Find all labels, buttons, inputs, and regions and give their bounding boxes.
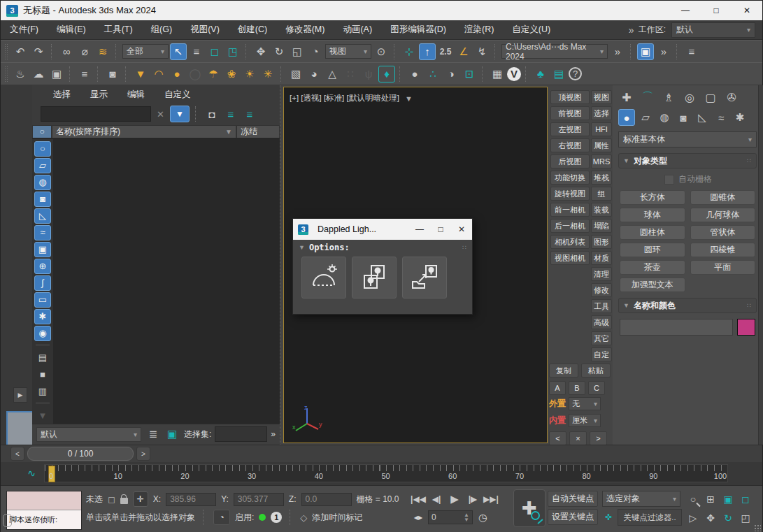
state-camera-icon[interactable]: ◙ <box>104 66 121 82</box>
expand-panel-button[interactable]: ▶ <box>13 387 27 403</box>
slot-b-button[interactable]: B <box>569 381 585 395</box>
filter-settings-icon[interactable]: ▼ <box>34 408 51 424</box>
side-button[interactable]: 旋转视图 <box>550 187 590 201</box>
side-button[interactable]: 左视图 <box>550 122 590 136</box>
doc-text-icon[interactable]: ▤ <box>34 350 51 366</box>
side-button[interactable]: 堆栈 <box>591 171 612 185</box>
object-type-button[interactable]: 圆柱体 <box>620 225 685 240</box>
object-category-dropdown[interactable]: 标准基本体 ▾ <box>618 131 757 148</box>
tab-hierarchy[interactable]: ♗ <box>660 89 677 106</box>
isolate-badge[interactable]: 1 <box>271 512 282 523</box>
zoom-all-icon[interactable]: ⊞ <box>702 491 719 508</box>
side-button[interactable]: HFI <box>591 122 612 136</box>
internal-dropdown[interactable]: 厘米 ▾ <box>569 414 601 427</box>
doc-outline-icon[interactable]: ▥ <box>34 384 51 399</box>
external-dropdown[interactable]: 无 ▾ <box>569 397 601 410</box>
side-button[interactable]: 高级 <box>591 315 612 329</box>
nav-delete-button[interactable]: × <box>569 431 587 445</box>
window-resize-grip[interactable] <box>754 524 761 531</box>
next-frame-icon[interactable]: |▶ <box>464 491 481 508</box>
menu-overflow-icon[interactable]: » <box>629 24 633 36</box>
window-crossing-icon[interactable]: ◳ <box>224 43 241 60</box>
explorer-menu-display[interactable]: 显示 <box>80 89 117 101</box>
nav-prev-button[interactable]: < <box>549 431 566 445</box>
absolute-mode-toggle[interactable]: ✛ <box>133 491 148 507</box>
category-lights-icon[interactable]: ◍ <box>656 109 673 126</box>
slot-a-button[interactable]: A <box>549 381 566 395</box>
expand-tree-icon[interactable]: ≡ <box>222 106 239 122</box>
tab-utilities[interactable]: ✇ <box>723 89 740 106</box>
explorer-menu-edit[interactable]: 编辑 <box>117 89 155 101</box>
y-coordinate-field[interactable]: 305.377 <box>234 493 284 506</box>
nav-next-button[interactable]: > <box>590 431 607 445</box>
field-of-view-icon[interactable]: ▷ <box>685 510 701 526</box>
display-helpers-icon[interactable]: ◺ <box>34 208 51 224</box>
side-button[interactable]: 视图 <box>591 90 612 104</box>
sun-positioner-icon[interactable]: ☀ <box>241 66 258 82</box>
bind-to-space-warp-icon[interactable]: ≋ <box>94 43 111 60</box>
side-button[interactable]: 前一相机 <box>550 203 590 217</box>
render-in-cloud-icon[interactable]: ☁ <box>30 66 47 82</box>
side-button[interactable]: 其它 <box>591 331 612 345</box>
object-type-button[interactable]: 加强型文本 <box>620 278 685 292</box>
select-and-place-icon[interactable]: ◔ <box>307 43 324 60</box>
menu-tools[interactable]: 工具(T) <box>95 24 142 36</box>
explorer-filter-button[interactable]: ▼ <box>170 106 190 122</box>
previous-frame-icon[interactable]: ◀| <box>428 491 445 508</box>
display-bones-icon[interactable]: ∫ <box>34 275 51 291</box>
batch-render-icon[interactable]: ▦ <box>489 66 506 82</box>
undo-icon[interactable]: ↶ <box>12 43 29 60</box>
select-by-name-icon[interactable]: ≡ <box>188 43 205 60</box>
dome-light-button[interactable] <box>301 257 346 299</box>
paste-button[interactable]: 粘贴 <box>581 364 611 378</box>
tab-modify[interactable]: ⌒ <box>639 89 656 106</box>
column-icon-header[interactable]: ○ <box>32 125 52 138</box>
display-geometry-icon[interactable]: ○ <box>34 141 51 157</box>
light-geodesic-icon[interactable]: ◯ <box>187 66 204 82</box>
forest-trees-icon[interactable]: ♣ <box>532 66 549 82</box>
light-dome-icon[interactable]: ◠ <box>150 66 167 82</box>
current-frame-field[interactable]: 0 ▲▼ <box>428 510 473 524</box>
object-type-button[interactable]: 圆锥体 <box>690 190 756 205</box>
x-coordinate-field[interactable]: 385.96 <box>166 493 216 506</box>
viewport-filter-icon[interactable]: ▼ <box>405 94 413 103</box>
side-button[interactable]: 前视图 <box>550 106 590 120</box>
side-button[interactable]: 塌陷 <box>591 219 612 233</box>
assign-material-icon[interactable]: ⊡ <box>461 66 478 82</box>
display-cameras-icon[interactable]: ◙ <box>34 192 51 207</box>
explorer-search-input[interactable] <box>41 106 151 122</box>
zoom-icon[interactable]: ○ <box>685 491 701 508</box>
menu-customize[interactable]: 自定义(U) <box>503 24 559 36</box>
menu-rendering[interactable]: 渲染(R) <box>455 24 503 36</box>
prev-frame-button[interactable]: < <box>10 447 24 461</box>
dialog-maximize-button[interactable]: □ <box>430 219 451 240</box>
selection-filter-dropdown[interactable]: 全部▾ <box>122 44 169 59</box>
close-button[interactable]: ✕ <box>732 1 762 20</box>
squares-icon[interactable]: ∷ <box>342 66 359 82</box>
use-pivot-center-icon[interactable]: ⊙ <box>373 43 390 60</box>
help-icon[interactable]: ? <box>569 67 582 80</box>
set-key-filters-icon[interactable]: ✜ <box>602 510 615 524</box>
category-cameras-icon[interactable]: ◙ <box>675 109 692 126</box>
key-selection-dropdown[interactable]: 选定对象 ▾ <box>602 491 680 507</box>
object-type-button[interactable]: 球体 <box>620 208 685 222</box>
go-to-end-icon[interactable]: ▶▶| <box>483 491 499 508</box>
set-keys-button[interactable]: ✚ <box>513 489 545 527</box>
display-hidden-eye-icon[interactable]: ◉ <box>34 326 51 341</box>
reference-coordinate-dropdown[interactable]: 视图▾ <box>325 44 371 59</box>
minimize-button[interactable]: — <box>670 1 701 20</box>
object-type-button[interactable]: 圆环 <box>620 243 685 257</box>
spinner-snap-icon[interactable]: ↯ <box>473 43 490 60</box>
display-xrefs-icon[interactable]: ⊕ <box>34 259 51 274</box>
save-scene-icon[interactable]: ▣ <box>637 43 654 60</box>
side-button[interactable]: 图形 <box>591 235 612 249</box>
maximize-button[interactable]: □ <box>701 1 732 20</box>
render-setup-icon[interactable]: ≡ <box>76 66 93 82</box>
menu-create[interactable]: 创建(C) <box>229 24 276 36</box>
listener-pink-pane[interactable] <box>7 491 81 510</box>
layer-stack-icon[interactable]: ≣ <box>145 426 162 443</box>
lock-explorer-icon[interactable]: ◘ <box>204 106 220 122</box>
material-editor-icon[interactable]: ● <box>406 66 423 82</box>
name-color-rollout[interactable]: ▼ 名称和颜色 ∷ <box>618 298 757 313</box>
zoom-extents-icon[interactable]: ▣ <box>720 491 736 508</box>
